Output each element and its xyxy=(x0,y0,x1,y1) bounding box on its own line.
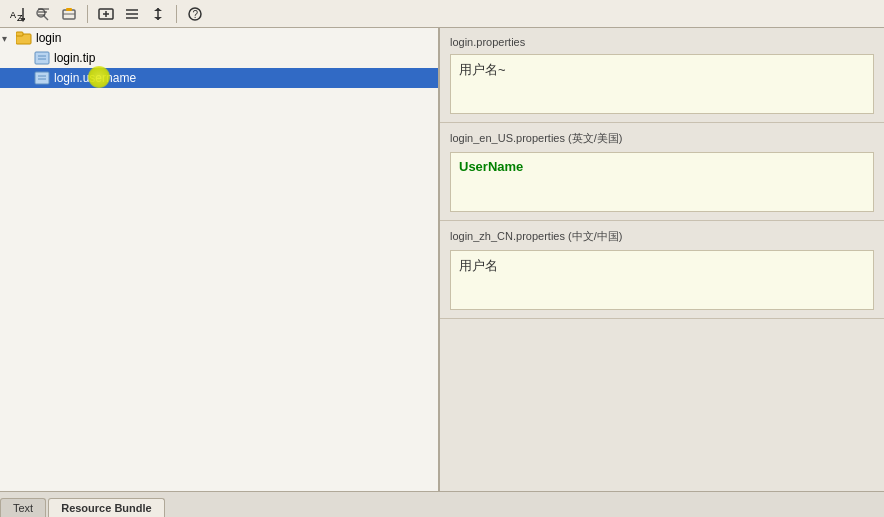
property-label-zh-cn: login_zh_CN.properties (中文/中国) xyxy=(450,229,874,244)
tab-text[interactable]: Text xyxy=(0,498,46,517)
split-button[interactable] xyxy=(147,4,169,24)
property-section-default: login.properties 用户名~ xyxy=(440,28,884,123)
tree-panel: ▾ login login.tip xyxy=(0,28,440,491)
bottom-tabs: Text Resource Bundle xyxy=(0,491,884,517)
svg-point-4 xyxy=(37,9,45,17)
property-label-default: login.properties xyxy=(450,36,874,48)
separator-1 xyxy=(87,5,88,23)
svg-rect-25 xyxy=(35,52,49,64)
props-icon-tip xyxy=(34,50,50,66)
property-value-zh-cn[interactable]: 用户名 xyxy=(450,250,874,310)
property-label-en-us: login_en_US.properties (英文/美国) xyxy=(450,131,874,146)
tree-root-label: login xyxy=(36,31,61,45)
properties-filler xyxy=(440,319,884,491)
svg-marker-20 xyxy=(154,17,162,20)
svg-line-5 xyxy=(44,16,48,20)
new-property-button[interactable] xyxy=(95,4,117,24)
main-area: ▾ login login.tip xyxy=(0,28,884,491)
align-button[interactable] xyxy=(121,4,143,24)
tree-item-login-tip[interactable]: login.tip xyxy=(0,48,438,68)
expand-icon: ▾ xyxy=(2,33,16,44)
svg-marker-19 xyxy=(154,8,162,11)
property-value-en-us[interactable]: UserName xyxy=(450,152,874,212)
svg-rect-10 xyxy=(66,8,72,11)
bundle-button[interactable] xyxy=(58,4,80,24)
svg-rect-28 xyxy=(35,72,49,84)
folder-icon xyxy=(16,30,32,46)
svg-text:?: ? xyxy=(193,9,199,20)
properties-panel: login.properties 用户名~ login_en_US.proper… xyxy=(440,28,884,491)
toolbar: A Z xyxy=(0,0,884,28)
props-icon-username xyxy=(34,70,50,86)
tree-item-login-username[interactable]: login.username xyxy=(0,68,438,88)
tree-item-username-label: login.username xyxy=(54,71,136,85)
svg-text:A: A xyxy=(10,10,16,20)
property-section-zh-cn: login_zh_CN.properties (中文/中国) 用户名 xyxy=(440,221,884,319)
tab-resource-bundle[interactable]: Resource Bundle xyxy=(48,498,164,517)
sort-key-button[interactable] xyxy=(32,4,54,24)
property-value-default[interactable]: 用户名~ xyxy=(450,54,874,114)
separator-2 xyxy=(176,5,177,23)
sort-alpha-button[interactable]: A Z xyxy=(6,4,28,24)
help-button[interactable]: ? xyxy=(184,4,206,24)
property-section-en-us: login_en_US.properties (英文/美国) UserName xyxy=(440,123,884,221)
svg-rect-24 xyxy=(16,32,23,36)
tree-item-login[interactable]: ▾ login xyxy=(0,28,438,48)
tree-item-tip-label: login.tip xyxy=(54,51,95,65)
